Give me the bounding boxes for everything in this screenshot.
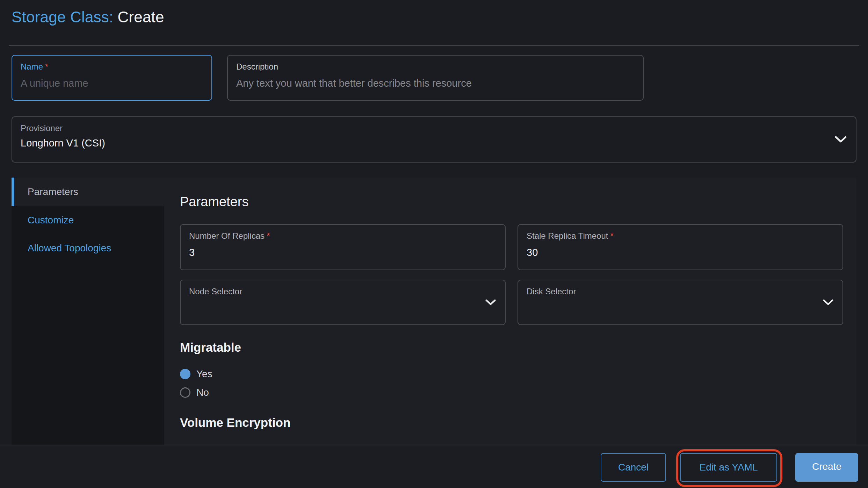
required-marker: * <box>45 62 48 71</box>
disk-selector-select[interactable]: Disk Selector <box>518 280 843 325</box>
number-of-replicas-field: Number Of Replicas* <box>180 224 506 270</box>
migratable-radio-yes[interactable]: Yes <box>180 367 212 381</box>
number-of-replicas-input[interactable] <box>189 245 484 260</box>
description-field: Description <box>227 55 644 101</box>
migratable-heading: Migratable <box>180 340 241 354</box>
tab-sidebar: Customize Allowed Topologies <box>12 206 164 445</box>
migratable-no-label: No <box>196 387 209 398</box>
chevron-down-icon <box>835 136 847 143</box>
page-title: Storage Class:Create <box>12 8 164 26</box>
chevron-down-icon <box>485 299 496 306</box>
description-input[interactable] <box>236 76 622 91</box>
stale-replica-timeout-label: Stale Replica Timeout* <box>527 231 614 241</box>
required-marker: * <box>610 231 613 241</box>
tab-customize-label: Customize <box>28 215 74 226</box>
number-of-replicas-label: Number Of Replicas* <box>189 231 270 241</box>
tabbed-form-container: Parameters Customize Allowed Topologies … <box>12 178 856 445</box>
provisioner-label: Provisioner <box>21 123 63 133</box>
page-title-resource: Storage Class: <box>12 8 113 26</box>
create-button[interactable]: Create <box>795 453 858 482</box>
name-input[interactable] <box>21 76 190 91</box>
provisioner-value: Longhorn V1 (CSI) <box>21 137 105 149</box>
migratable-yes-label: Yes <box>196 368 212 380</box>
storage-class-create-page: Storage Class:Create Name* Description P… <box>0 0 868 488</box>
description-label: Description <box>236 62 278 72</box>
volume-encryption-heading: Volume Encryption <box>180 416 290 430</box>
required-marker: * <box>267 231 270 241</box>
active-tab-indicator <box>12 178 14 206</box>
name-label: Name* <box>21 62 48 72</box>
tab-customize[interactable]: Customize <box>12 206 164 234</box>
radio-selected-icon <box>180 369 190 379</box>
footer-actions-bar: Cancel Edit as YAML Create <box>0 445 868 488</box>
edit-as-yaml-button[interactable]: Edit as YAML <box>680 453 777 482</box>
name-field: Name* <box>12 55 212 101</box>
page-title-action: Create <box>117 8 164 26</box>
stale-replica-timeout-field: Stale Replica Timeout* <box>518 224 843 270</box>
parameters-section-heading: Parameters <box>180 194 248 209</box>
tab-parameters-label: Parameters <box>28 186 78 198</box>
cancel-button[interactable]: Cancel <box>601 453 666 482</box>
stale-replica-timeout-input[interactable] <box>527 245 822 260</box>
radio-unselected-icon <box>180 387 190 398</box>
node-selector-label: Node Selector <box>189 287 242 296</box>
edit-as-yaml-label: Edit as YAML <box>699 462 758 473</box>
disk-selector-label: Disk Selector <box>527 287 576 296</box>
provisioner-select[interactable]: Provisioner Longhorn V1 (CSI) <box>12 116 856 163</box>
header-divider <box>9 45 859 46</box>
tab-parameters[interactable]: Parameters <box>12 178 164 206</box>
tab-allowed-topologies-label: Allowed Topologies <box>28 243 111 254</box>
chevron-down-icon <box>823 299 833 306</box>
node-selector-select[interactable]: Node Selector <box>180 280 506 325</box>
migratable-radio-no[interactable]: No <box>180 386 209 399</box>
tab-allowed-topologies[interactable]: Allowed Topologies <box>12 234 164 262</box>
